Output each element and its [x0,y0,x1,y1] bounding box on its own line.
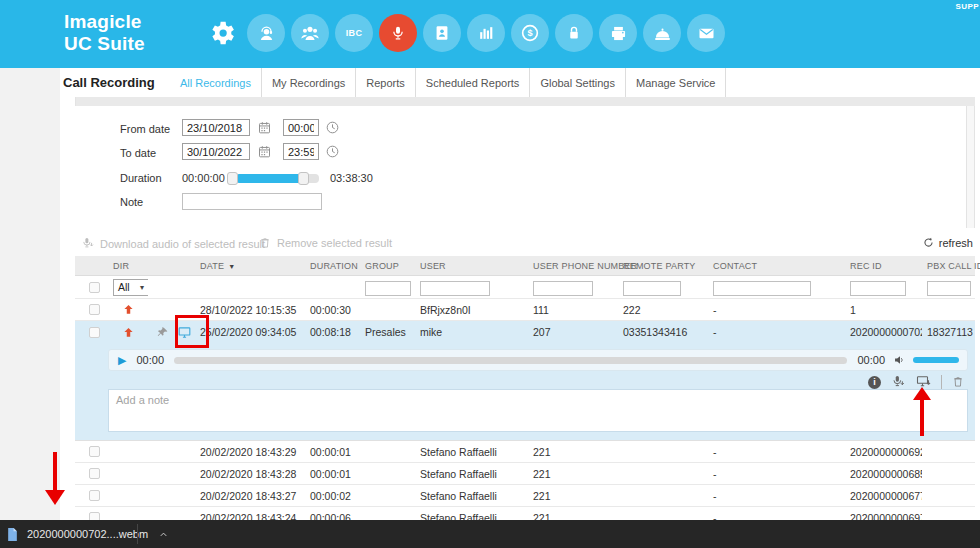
download-item[interactable]: 2020000000702....webm [6,520,169,548]
rec-id-filter-input[interactable] [850,281,906,296]
row-checkbox[interactable] [89,490,100,501]
pin-icon[interactable] [156,326,169,339]
tab-all-recordings[interactable]: All Recordings [170,68,262,97]
calendar-icon[interactable] [257,120,272,135]
play-button[interactable]: ▶ [118,354,126,367]
cell-remote: 222 [618,304,708,316]
ibc-icon[interactable]: IBC [335,14,373,52]
speaker-icon[interactable] [893,353,907,367]
group-filter-input[interactable] [365,281,411,296]
recordings-table: DIR DATE▼ DURATION GROUP USER USER PHONE… [75,256,975,529]
column-user-phone[interactable]: USER PHONE NUMBER [528,261,618,271]
cell-user: BfRjxz8n0I [415,304,528,316]
video-mail-icon[interactable] [687,14,725,52]
dir-filter-select[interactable]: All ▾ [113,279,148,296]
column-user[interactable]: USER [415,261,528,271]
horizontal-scroll-track[interactable] [75,97,975,106]
result-toolbar: Download audio of selected result Remove… [75,236,975,255]
info-icon[interactable]: i [868,376,881,389]
column-rec-id[interactable]: REC ID [845,261,922,271]
column-duration[interactable]: DURATION [305,261,360,271]
download-bar-divider [137,524,138,544]
fax-icon[interactable] [599,14,637,52]
headset-person-icon [256,23,277,44]
mic-download-icon [80,236,95,251]
column-remote-party[interactable]: REMOTE PARTY [618,261,708,271]
row-checkbox[interactable] [89,468,100,479]
column-date[interactable]: DATE▼ [195,261,305,271]
queue-manager-icon[interactable] [291,14,329,52]
note-textarea[interactable] [108,389,968,432]
column-contact[interactable]: CONTACT [708,261,845,271]
slider-handle-max[interactable] [298,172,309,185]
imagicle-logo: Imagicle UC Suite [64,11,145,55]
analytics-icon[interactable] [467,14,505,52]
remote-party-filter-input[interactable] [623,281,681,296]
screen-recording-icon[interactable] [176,325,193,340]
remove-result-label: Remove selected result [277,237,392,249]
logo-line1: Imagicle [64,11,145,33]
contacts-icon[interactable] [423,14,461,52]
to-time-input[interactable] [283,143,319,160]
clock-icon[interactable] [325,144,340,159]
total-time: 00:00 [857,354,885,366]
from-time-input[interactable] [283,119,319,136]
pbx-filter-input[interactable] [927,281,971,296]
billing-icon[interactable]: $ [511,14,549,52]
column-dir[interactable]: DIR [108,261,148,271]
hotel-services-icon[interactable] [643,14,681,52]
row-checkbox[interactable] [89,304,100,315]
remove-result-button[interactable]: Remove selected result [258,236,392,250]
refresh-button[interactable]: refresh [922,236,973,249]
security-icon[interactable] [555,14,593,52]
select-all-checkbox[interactable] [89,282,100,293]
volume-bar[interactable] [913,357,959,363]
support-link[interactable]: SUPP [956,2,979,11]
slider-handle-min[interactable] [227,172,238,185]
table-row[interactable]: 20/02/2020 18:43:29 00:00:01 Stefano Raf… [75,441,975,463]
attendant-console-icon[interactable] [247,14,285,52]
user-phone-filter-input[interactable] [533,281,593,296]
seek-bar[interactable] [174,357,847,364]
duration-slider[interactable] [227,174,319,183]
tab-manage-service[interactable]: Manage Service [626,68,727,97]
to-date-input[interactable] [182,143,250,160]
settings-gear-icon[interactable] [203,14,241,52]
table-row[interactable]: 20/02/2020 18:43:28 00:00:01 Stefano Raf… [75,463,975,485]
row-checkbox[interactable] [89,327,100,338]
download-filename: 2020000000702....webm [27,528,148,540]
calendar-icon[interactable] [257,144,272,159]
table-row[interactable]: 28/10/2022 10:15:35 00:00:30 BfRjxz8n0I … [75,299,975,321]
tab-my-recordings[interactable]: My Recordings [262,68,356,97]
svg-text:$: $ [527,28,532,38]
column-pbx-call-id[interactable]: PBX CALL ID [922,261,975,271]
table-header-row: DIR DATE▼ DURATION GROUP USER USER PHONE… [75,256,975,276]
user-filter-input[interactable] [420,281,490,296]
contact-filter-input[interactable] [713,281,811,296]
tab-global-settings[interactable]: Global Settings [530,68,626,97]
download-audio-button[interactable]: Download audio of selected result [80,236,265,251]
cell-date: 28/10/2022 10:15:35 [195,304,305,316]
call-direction-up-icon [122,326,135,339]
call-recording-icon-active[interactable] [379,14,417,52]
table-row[interactable]: 20/02/2020 18:43:27 00:00:02 Stefano Raf… [75,485,975,507]
column-group[interactable]: GROUP [360,261,415,271]
note-filter-input[interactable] [182,193,322,210]
vertical-scrollbar[interactable] [966,106,975,228]
tab-reports[interactable]: Reports [356,68,416,97]
cell-rec-id: 2020000000685 [845,468,922,480]
download-screen-recording-icon[interactable] [915,374,932,390]
cell-duration: 00:08:18 [305,326,360,338]
padlock-icon [564,23,584,43]
chevron-up-icon[interactable] [158,529,169,540]
tab-scheduled-reports[interactable]: Scheduled Reports [416,68,531,97]
clock-icon[interactable] [325,120,340,135]
download-audio-icon[interactable] [890,374,906,390]
from-date-input[interactable] [182,119,250,136]
delete-recording-icon[interactable] [951,375,965,389]
row-checkbox[interactable] [89,446,100,457]
file-icon [6,527,19,542]
cell-date: 25/02/2020 09:34:05 [195,326,305,338]
duration-min-value: 00:00:00 [182,172,225,184]
table-row-selected[interactable]: 25/02/2020 09:34:05 00:08:18 Presales mi… [75,321,975,343]
